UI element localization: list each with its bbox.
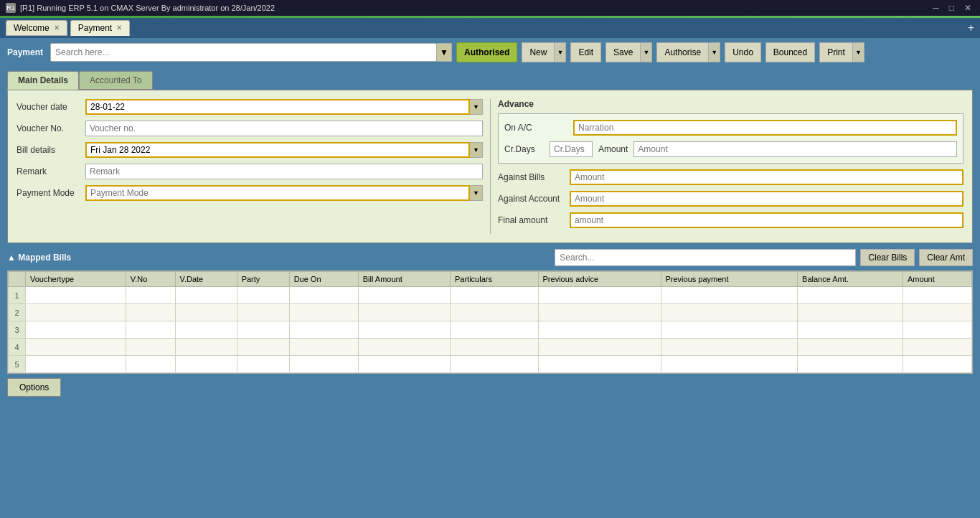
mapped-bills-title: ▲ Mapped Bills: [7, 253, 71, 263]
cr-days-label: Cr.Days: [504, 144, 544, 154]
table-cell: [358, 304, 450, 321]
bill-details-row: Bill details ▼: [17, 142, 483, 158]
table-cell: [450, 287, 538, 304]
bill-details-label: Bill details: [17, 145, 81, 155]
col-particulars: Particulars: [450, 272, 538, 287]
save-button[interactable]: Save: [606, 42, 641, 62]
print-button[interactable]: Print: [819, 42, 853, 62]
advance-amount-input[interactable]: [633, 141, 957, 157]
bill-details-field: ▼: [85, 142, 483, 158]
against-account-row: Against Account: [498, 191, 963, 207]
table-cell: [903, 339, 971, 356]
table-row[interactable]: 5: [9, 356, 972, 373]
close-button[interactable]: ✕: [961, 3, 974, 13]
tab-accounted-to[interactable]: Accounted To: [79, 71, 153, 90]
bill-details-dropdown[interactable]: ▼: [470, 142, 483, 158]
payment-mode-row: Payment Mode ▼: [17, 185, 483, 201]
new-button[interactable]: New: [522, 42, 555, 62]
save-button-group: Save ▼: [606, 42, 652, 62]
col-billamount: Bill Amount: [358, 272, 450, 287]
table-cell: [538, 304, 661, 321]
tab-payment[interactable]: Payment ✕: [70, 20, 130, 36]
tab-welcome[interactable]: Welcome ✕: [6, 20, 67, 36]
payment-mode-dropdown[interactable]: ▼: [470, 185, 483, 201]
clear-amt-button[interactable]: Clear Amt: [919, 249, 973, 266]
payment-label: Payment: [7, 47, 43, 57]
against-bills-row: Against Bills: [498, 169, 963, 185]
final-amount-input[interactable]: [570, 212, 963, 228]
payment-mode-field: ▼: [85, 185, 483, 201]
voucher-no-input[interactable]: [85, 121, 483, 136]
remark-label: Remark: [17, 166, 81, 176]
cr-days-input[interactable]: [550, 141, 593, 157]
table-cell: [237, 356, 289, 373]
table-cell: [358, 321, 450, 339]
table-cell: [175, 304, 237, 321]
table-cell: [661, 287, 798, 304]
narration-input[interactable]: [573, 120, 957, 136]
undo-button[interactable]: Undo: [725, 42, 761, 62]
bill-details-input[interactable]: [85, 142, 470, 158]
mapped-bills-search[interactable]: [555, 249, 856, 266]
search-dropdown-button[interactable]: ▼: [437, 43, 452, 62]
row-number: 1: [9, 287, 26, 304]
on-ac-row: On A/C: [504, 120, 957, 136]
table-cell: [661, 339, 798, 356]
clear-bills-button[interactable]: Clear Bills: [860, 249, 915, 266]
window-title: [R1] Running ERP 5.1 on CMAX Server By a…: [20, 4, 275, 12]
table-cell: [175, 287, 237, 304]
voucher-no-label: Voucher No.: [17, 123, 81, 133]
final-amount-label: Final amount: [498, 215, 570, 225]
authorise-dropdown-arrow[interactable]: ▼: [709, 42, 720, 62]
table-cell: [903, 287, 971, 304]
table-row[interactable]: 3: [9, 321, 972, 339]
minimize-button[interactable]: ─: [930, 3, 942, 13]
authorise-button[interactable]: Authorise: [656, 42, 709, 62]
payment-mode-input[interactable]: [85, 185, 470, 201]
new-dropdown-arrow[interactable]: ▼: [555, 42, 566, 62]
table-cell: [358, 339, 450, 356]
tab-welcome-close[interactable]: ✕: [54, 24, 60, 32]
table-cell: [175, 356, 237, 373]
col-party: Party: [237, 272, 289, 287]
voucher-date-dropdown[interactable]: ▼: [470, 99, 483, 115]
against-bills-input[interactable]: [570, 169, 963, 185]
table-row[interactable]: 4: [9, 339, 972, 356]
against-account-input[interactable]: [570, 191, 963, 207]
table-cell: [289, 339, 358, 356]
table-cell: [538, 339, 661, 356]
table-cell: [126, 356, 175, 373]
table-cell: [450, 304, 538, 321]
table-cell: [661, 356, 798, 373]
row-number: 4: [9, 339, 26, 356]
table-cell: [175, 321, 237, 339]
remark-input[interactable]: [85, 164, 483, 179]
form-grid: Voucher date ▼ Voucher No. Bill details …: [17, 99, 963, 234]
search-input[interactable]: [50, 43, 437, 62]
table-row[interactable]: 2: [9, 304, 972, 321]
table-cell: [661, 304, 798, 321]
table-cell: [237, 287, 289, 304]
bounced-button[interactable]: Bounced: [765, 42, 815, 62]
options-button[interactable]: Options: [7, 378, 61, 397]
tab-main-details[interactable]: Main Details: [7, 71, 79, 90]
advance-section: On A/C Cr.Days Amount: [498, 113, 963, 164]
tab-welcome-label: Welcome: [14, 23, 50, 33]
voucher-date-input[interactable]: [85, 99, 470, 115]
tab-payment-close[interactable]: ✕: [116, 24, 122, 32]
tab-bar: Welcome ✕ Payment ✕ +: [0, 18, 980, 38]
maximize-button[interactable]: □: [946, 3, 957, 13]
edit-button[interactable]: Edit: [570, 42, 601, 62]
voucher-date-row: Voucher date ▼: [17, 99, 483, 115]
table-row[interactable]: 1: [9, 287, 972, 304]
table-cell: [798, 321, 903, 339]
tab-add-button[interactable]: +: [968, 22, 974, 34]
print-dropdown-arrow[interactable]: ▼: [853, 42, 864, 62]
window-controls: ─ □ ✕: [930, 3, 974, 13]
authorised-button[interactable]: Authorised: [456, 42, 517, 62]
table-cell: [26, 287, 126, 304]
table-cell: [26, 356, 126, 373]
col-vno: V.No: [126, 272, 175, 287]
save-dropdown-arrow[interactable]: ▼: [641, 42, 652, 62]
options-bar: Options: [0, 374, 980, 401]
